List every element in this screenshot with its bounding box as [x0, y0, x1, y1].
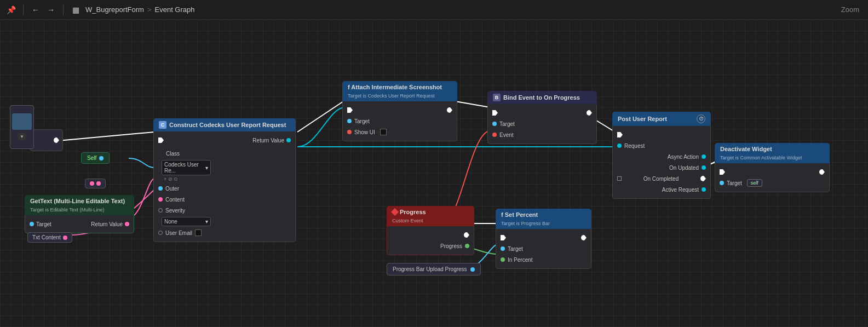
entry-exec-out-pin — [54, 137, 59, 143]
construct-email-checkbox[interactable] — [195, 230, 202, 236]
bind-event-label: Event — [499, 132, 514, 138]
construct-email-pin — [158, 231, 163, 235]
construct-email-label: User Email — [165, 230, 192, 236]
set-percent-exec-row — [496, 232, 591, 243]
bind-target-label: Target — [499, 121, 515, 127]
collapse-button[interactable]: ▼ — [18, 132, 26, 141]
toolbar: 📌 ← → ▦ W_BugreportForm > Event Graph Zo… — [0, 0, 868, 20]
construct-class-icons: + ⊘ ⊙ — [164, 176, 178, 182]
get-text-target-pin — [30, 222, 34, 226]
construct-exec-in — [158, 137, 164, 143]
get-text-return-pin — [125, 222, 129, 226]
construct-outer-label: Outer — [165, 186, 179, 192]
construct-content-label: Content — [165, 197, 185, 203]
self-output-pin — [99, 156, 104, 160]
attach-screenshot-node: f Attach Intermediate Screenshot Target … — [342, 81, 457, 141]
attach-target-row: Target — [343, 116, 457, 127]
post-oncompleted-in — [617, 176, 622, 181]
graph-icon: ▦ — [70, 4, 81, 15]
post-request-pin — [617, 144, 622, 148]
txt-content-pin — [63, 236, 67, 240]
post-exec-row — [613, 129, 710, 140]
forward-button[interactable]: → — [45, 4, 56, 15]
back-button[interactable]: ← — [30, 4, 41, 15]
progress-exec-row — [387, 230, 474, 240]
set-percent-exec-out — [581, 235, 587, 240]
set-percent-inpercent-label: In Percent — [508, 257, 533, 263]
attach-showui-checkbox[interactable] — [380, 129, 387, 135]
post-exec-in — [617, 132, 623, 137]
progress-bar-upload-label: Progress Bar Upload Progress — [393, 266, 467, 272]
attach-title: f Attach Intermediate Screenshot — [348, 84, 442, 90]
construct-class-value: Codecks User Re... — [164, 162, 205, 174]
attach-showui-label: Show UI — [354, 129, 375, 135]
construct-class-dropdown-row: Codecks User Re... ▾ + ⊘ ⊙ — [154, 159, 295, 183]
breadcrumb-child[interactable]: Event Graph — [155, 5, 195, 14]
progress-event-node: Progress Custom Event Progress — [387, 206, 474, 255]
pin-icon[interactable]: 📌 — [5, 4, 16, 15]
bind-exec-in — [492, 110, 498, 116]
attach-subtitle: Target is Codecks User Report Request — [348, 93, 435, 99]
construct-class-dropdown[interactable]: Codecks User Re... ▾ — [162, 160, 211, 175]
get-text-node: GetText (Multi-Line Editable Text) Targe… — [25, 195, 134, 233]
construct-codecks-node: C Construct Codecks User Report Request … — [153, 118, 296, 242]
deactivate-target-row: Target self — [715, 177, 829, 188]
get-text-subtitle: Target is Editable Text (Multi-Line) — [30, 207, 104, 213]
construct-severity-pin — [158, 208, 163, 213]
construct-severity-dropdown[interactable]: None ▾ — [162, 217, 211, 226]
construct-node-icon: C — [159, 121, 166, 129]
progress-event-title: Progress — [400, 209, 426, 215]
bind-node-icon: B — [493, 94, 501, 101]
progress-value-pin — [465, 244, 469, 248]
set-percent-target-label: Target — [508, 246, 523, 252]
construct-email-row: User Email — [154, 227, 295, 238]
set-percent-inpercent-row: In Percent — [496, 254, 591, 265]
progress-exec-out — [464, 232, 469, 238]
construct-severity-value: None — [164, 219, 177, 225]
construct-severity-label: Severity — [165, 208, 185, 214]
bind-title: Bind Event to On Progress — [503, 94, 580, 101]
pink-node — [85, 179, 106, 188]
zoom-level: Zoom — [841, 5, 859, 14]
deactivate-self-ref: self — [747, 179, 762, 187]
blueprint-canvas[interactable]: ▼ Self GetText (Multi-Line Editable Text… — [0, 20, 868, 327]
post-oncompleted-pin — [700, 176, 706, 181]
severity-chevron: ▾ — [205, 219, 208, 225]
construct-title: Construct Codecks User Report Request — [169, 122, 286, 128]
post-request-row: Request — [613, 140, 710, 151]
post-async-pin — [702, 154, 706, 159]
dropdown-chevron: ▾ — [205, 165, 208, 171]
pink-in-pin — [90, 181, 94, 186]
post-oncompleted-label: On Completed — [643, 176, 679, 182]
progress-bar-upload-pin — [470, 267, 475, 272]
pink-out-pin — [96, 181, 101, 186]
post-activereq-pin — [702, 187, 706, 192]
construct-content-row: Content — [154, 194, 295, 205]
deactivate-exec-out — [819, 169, 825, 175]
breadcrumb-root[interactable]: W_BugreportForm — [85, 5, 144, 14]
deactivate-exec-in — [720, 169, 725, 175]
attach-exec-row — [343, 105, 457, 116]
txt-content-node: Txt Content — [27, 232, 72, 243]
construct-class-label: Class — [166, 151, 180, 157]
set-percent-node: f Set Percent Target is Progress Bar Tar… — [496, 209, 591, 269]
construct-outer-pin — [158, 186, 163, 191]
self-label: Self — [87, 155, 96, 161]
progress-event-subtitle: Custom Event — [392, 218, 423, 223]
post-async-row: Async Action — [613, 151, 710, 162]
post-async-label: Async Action — [668, 154, 699, 160]
deactivate-exec-row — [715, 167, 829, 177]
construct-return-label: Return Value — [252, 137, 284, 144]
breadcrumb: W_BugreportForm > Event Graph — [85, 5, 195, 14]
progress-bar-upload-node: Progress Bar Upload Progress — [387, 263, 481, 276]
set-percent-exec-in — [501, 235, 506, 240]
post-title: Post User Report — [618, 116, 667, 122]
post-onupdated-pin — [702, 165, 706, 170]
get-text-title: GetText (Multi-Line Editable Text) — [30, 198, 125, 204]
attach-target-pin — [347, 119, 352, 123]
bind-target-pin — [492, 122, 497, 126]
post-activereq-row: Active Request — [613, 184, 710, 195]
attach-exec-in — [347, 107, 353, 113]
set-percent-inpercent-pin — [501, 257, 505, 262]
deactivate-target-label: Target — [727, 180, 742, 186]
